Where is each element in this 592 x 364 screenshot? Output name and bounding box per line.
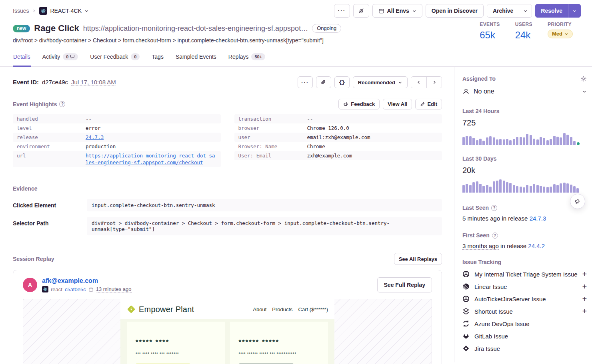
- replay-product-description: **** ****** ***** *** ***********: [239, 352, 320, 356]
- last-seen-release-link[interactable]: 24.7.3: [530, 215, 546, 222]
- project-selector[interactable]: REACT-4CK: [39, 7, 89, 15]
- archive-button[interactable]: Archive: [487, 4, 519, 17]
- gear-icon[interactable]: [580, 76, 587, 82]
- highlight-row: release24.7.3: [13, 133, 221, 142]
- last-30-days-total: 20k: [462, 166, 587, 175]
- highlight-key: environment: [17, 143, 86, 150]
- replay-time-ago: 13 minutes ago: [96, 286, 132, 292]
- edit-button[interactable]: Edit: [415, 99, 442, 109]
- event-sort-dropdown[interactable]: Recommended: [353, 76, 408, 88]
- spark-bar: [523, 137, 525, 145]
- floating-feedback-button[interactable]: [570, 194, 585, 209]
- view-all-button[interactable]: View All: [383, 99, 412, 109]
- replay-product-title: ***** ****: [136, 338, 216, 346]
- events-stat-value[interactable]: 65k: [480, 30, 495, 41]
- highlight-value[interactable]: 24.7.3: [86, 134, 104, 141]
- replay-project-name: react: [51, 286, 62, 292]
- last-24-hours-total: 725: [462, 118, 587, 127]
- highlight-value: production: [86, 143, 116, 150]
- last-24-hours-title: Last 24 Hours: [462, 108, 587, 114]
- issue-details-page: Issues REACT-4CK ···: [0, 0, 592, 364]
- breadcrumb-issues-link[interactable]: Issues: [13, 8, 29, 14]
- ticket-system-icon: [462, 271, 470, 278]
- open-in-discover-button[interactable]: Open in Discover: [426, 4, 484, 18]
- evidence-row: Clicked Elementinput.complete-checkout-b…: [13, 199, 442, 211]
- spark-bar: [499, 179, 502, 193]
- spark-bar: [520, 137, 522, 145]
- tab-user-feedback[interactable]: User Feedback0: [90, 51, 140, 67]
- spark-bar: [523, 187, 525, 193]
- issue-tracking-link[interactable]: Azure DevOps Issue: [474, 320, 587, 327]
- users-stat-value[interactable]: 24k: [515, 30, 531, 41]
- tab-activity[interactable]: Activity0: [42, 51, 78, 67]
- spark-bar: [546, 187, 549, 193]
- previous-event-button[interactable]: [411, 77, 426, 88]
- assigned-to-title: Assigned To: [462, 76, 496, 82]
- spark-bar: [513, 139, 515, 145]
- evidence-label: Selector Path: [13, 217, 87, 227]
- tab-tags[interactable]: Tags: [151, 51, 164, 67]
- assignee-dropdown[interactable]: No one: [462, 88, 587, 95]
- evidence-label: Clicked Element: [13, 199, 87, 209]
- mute-notifications-button[interactable]: [353, 4, 369, 18]
- issue-tracking-title: Issue Tracking: [462, 259, 587, 265]
- spark-bar: [566, 183, 569, 193]
- braces-icon: {}: [339, 80, 345, 86]
- main-column: Event ID: d27ce49c Jul 17, 10:08 AM ··· …: [0, 67, 454, 362]
- highlight-key: level: [17, 125, 86, 131]
- highlight-value: error: [86, 125, 101, 131]
- resolve-dropdown-button[interactable]: [568, 4, 581, 18]
- issue-tracking-link[interactable]: AutoTicketJiraServer Issue: [474, 296, 578, 302]
- highlight-value: Chrome: [307, 143, 325, 150]
- bell-slash-icon: [358, 8, 364, 14]
- first-seen-value: 3 months ago in release 24.4.2: [462, 243, 587, 249]
- first-seen-release-link[interactable]: 24.4.2: [528, 243, 545, 249]
- replay-id-link[interactable]: c5af0e5c: [65, 286, 86, 292]
- add-issue-button[interactable]: +: [582, 296, 587, 302]
- issue-tracking-link[interactable]: Linear Issue: [474, 283, 578, 290]
- event-json-button[interactable]: {}: [334, 76, 350, 88]
- replay-user-email-link[interactable]: afk@example.com: [42, 277, 98, 284]
- highlight-value[interactable]: https://application-monitoring-react-dot…: [86, 152, 217, 166]
- environment-filter-button[interactable]: All Envs: [372, 4, 422, 18]
- replay-app-body: ***** ******* **** **** *** *******Add t…: [120, 319, 334, 364]
- issue-tracking-link[interactable]: GitLab Issue: [474, 333, 587, 340]
- see-all-replays-button[interactable]: See All Replays: [394, 253, 442, 265]
- tab-badge: 50+: [251, 53, 265, 60]
- last-seen-title: Last Seen ?: [462, 205, 587, 211]
- top-actions: ··· All Envs Open in Discover Archive: [334, 4, 581, 18]
- highlight-key: Browser: Name: [238, 143, 307, 150]
- spark-bar: [462, 137, 465, 145]
- highlights-table-left: handled--levelerrorrelease24.7.3environm…: [13, 114, 221, 167]
- feedback-label: Feedback: [351, 101, 375, 107]
- spark-bar: [472, 138, 475, 145]
- archive-dropdown-button[interactable]: [519, 4, 532, 17]
- tab-badge: 0: [63, 53, 78, 60]
- gitlab-icon: [462, 332, 470, 340]
- event-attachments-button[interactable]: [316, 76, 331, 88]
- issue-tracking-link[interactable]: Shortcut Issue: [474, 308, 578, 315]
- next-event-button[interactable]: [426, 77, 442, 88]
- resolve-button[interactable]: Resolve: [535, 4, 568, 18]
- priority-dropdown[interactable]: Med: [548, 30, 573, 38]
- replay-app-screen: Empower Plant AboutProductsCart ($******…: [120, 299, 334, 364]
- replay-viewport[interactable]: Empower Plant AboutProductsCart ($******…: [23, 299, 432, 364]
- spark-bar: [482, 141, 485, 145]
- event-more-button[interactable]: ···: [298, 76, 313, 88]
- issue-tracking-link[interactable]: My Internal Ticket Triage System Issue: [474, 271, 578, 278]
- add-issue-button[interactable]: +: [582, 271, 587, 277]
- add-issue-button[interactable]: +: [582, 308, 587, 314]
- react-project-icon: [42, 286, 48, 292]
- feedback-button[interactable]: Feedback: [338, 99, 380, 109]
- issue-tracking-link[interactable]: Jira Issue: [474, 345, 587, 352]
- spark-bar: [560, 137, 562, 145]
- last-seen-title-text: Last Seen: [462, 205, 489, 211]
- see-full-replay-button[interactable]: See Full Replay: [377, 277, 432, 292]
- tab-replays[interactable]: Replays50+: [228, 51, 266, 67]
- event-highlights-title-text: Event Highlights: [13, 101, 57, 107]
- add-issue-button[interactable]: +: [582, 283, 587, 290]
- more-actions-button[interactable]: ···: [334, 4, 350, 18]
- tab-sampled-events[interactable]: Sampled Events: [175, 51, 217, 67]
- evidence-title: Evidence: [13, 185, 442, 192]
- tab-details[interactable]: Details: [13, 51, 31, 67]
